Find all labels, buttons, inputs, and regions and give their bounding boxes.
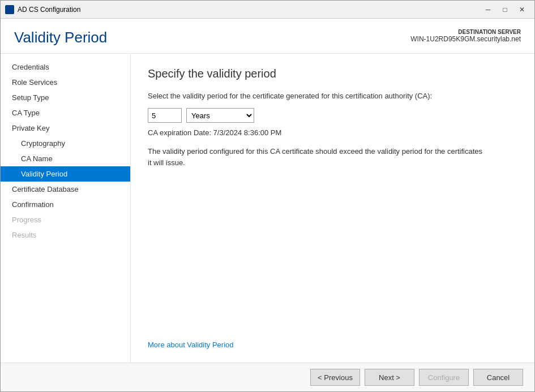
title-bar: AD CS Configuration ─ □ ✕ [1,1,534,19]
header-area: Validity Period DESTINATION SERVER WIN-1… [1,19,534,54]
content-heading: Specify the validity period [148,67,517,80]
destination-server-info: DESTINATION SERVER WIN-1U2RD95K9GM.secur… [410,29,521,43]
more-link[interactable]: More about Validity Period [148,329,517,349]
next-button[interactable]: Next > [365,369,414,386]
title-bar-title: AD CS Configuration [18,6,80,14]
sidebar-item-setup-type[interactable]: Setup Type [1,90,130,105]
title-bar-left: AD CS Configuration [5,5,80,14]
sidebar: Credentials Role Services Setup Type CA … [1,54,131,363]
sidebar-item-progress: Progress [1,212,130,227]
close-icon: ✕ [519,6,525,14]
page-title: Validity Period [14,29,410,46]
validity-input-row: Years Months Weeks Days [148,108,517,123]
body-area: Credentials Role Services Setup Type CA … [1,54,534,363]
minimize-button[interactable]: ─ [480,3,496,16]
configure-button[interactable]: Configure [419,369,469,386]
main-content: Validity Period DESTINATION SERVER WIN-1… [1,19,534,363]
content-area: Specify the validity period Select the v… [131,54,534,363]
sidebar-item-credentials[interactable]: Credentials [1,59,130,75]
destination-label: DESTINATION SERVER [410,29,521,35]
close-button[interactable]: ✕ [514,3,530,16]
title-bar-controls: ─ □ ✕ [480,3,530,16]
previous-button[interactable]: < Previous [310,369,360,386]
sidebar-item-confirmation[interactable]: Confirmation [1,197,130,212]
sidebar-item-certificate-database[interactable]: Certificate Database [1,182,130,197]
sidebar-item-private-key[interactable]: Private Key [1,120,130,136]
minimize-icon: ─ [486,6,491,14]
sidebar-item-cryptography[interactable]: Cryptography [1,136,130,151]
maximize-button[interactable]: □ [497,3,513,16]
expiration-text: CA expiration Date: 7/3/2024 8:36:00 PM [148,128,517,137]
description-text: Select the validity period for the certi… [148,92,517,100]
footer: < Previous Next > Configure Cancel [1,363,534,391]
sidebar-item-role-services[interactable]: Role Services [1,75,130,90]
sidebar-item-ca-name[interactable]: CA Name [1,151,130,166]
main-window: AD CS Configuration ─ □ ✕ Validity Perio… [0,0,535,392]
validity-unit-select[interactable]: Years Months Weeks Days [186,108,254,123]
sidebar-item-validity-period[interactable]: Validity Period [1,166,130,182]
app-icon [5,5,14,14]
note-text: The validity period configured for this … [148,146,487,168]
validity-number-input[interactable] [148,108,182,123]
sidebar-item-ca-type[interactable]: CA Type [1,105,130,120]
server-name: WIN-1U2RD95K9GM.securitylab.net [410,35,521,43]
maximize-icon: □ [503,6,507,14]
cancel-button[interactable]: Cancel [473,369,523,386]
sidebar-item-results: Results [1,227,130,243]
